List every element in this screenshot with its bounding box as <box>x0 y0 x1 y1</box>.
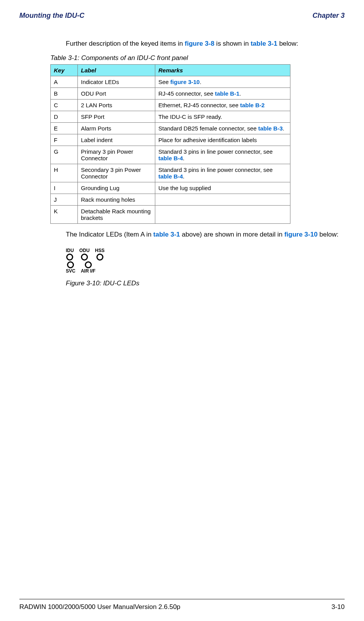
remarks-text: See <box>158 79 170 85</box>
table-3-1-link-2[interactable]: table 3-1 <box>153 231 180 238</box>
intro-paragraph: Further description of the keyed items i… <box>66 39 345 49</box>
th-key: Key <box>51 64 78 76</box>
remarks-text-post: . <box>183 173 184 180</box>
remarks-text: The IDU-C is SFP ready. <box>158 113 222 120</box>
led-top-row: IDU ODU HSS <box>66 248 132 261</box>
remarks-text: Ethernet, RJ-45 connector, see <box>158 102 240 108</box>
cell-label: SFP Port <box>78 111 155 122</box>
remarks-text: Standard DB25 female connector, see <box>158 125 258 132</box>
led-circle-icon <box>85 261 92 268</box>
intro-pre: Further description of the keyed items i… <box>66 40 185 47</box>
remarks-text: Standard 3 pins in line power connector,… <box>158 148 273 155</box>
led-hss: HSS <box>95 248 105 261</box>
cross-ref-link[interactable]: table B-2 <box>240 102 264 108</box>
led-idu-label: IDU <box>66 248 74 253</box>
components-table: Key Label Remarks AIndicator LEDsSee fig… <box>50 64 290 224</box>
remarks-text-post: . <box>283 125 284 132</box>
cell-key: I <box>51 182 78 194</box>
figure-caption: Figure 3-10: IDU-C LEDs <box>66 280 345 287</box>
after-pre: The Indicator LEDs (Item A in <box>66 231 153 238</box>
remarks-text: Use the lug supplied <box>158 185 211 191</box>
cell-key: J <box>51 194 78 205</box>
table-row: IGrounding LugUse the lug supplied <box>51 182 290 194</box>
table-row: GPrimary 3 pin Power ConnectorStandard 3… <box>51 146 290 164</box>
table-row: JRack mounting holes <box>51 194 290 205</box>
remarks-text-post: . <box>183 155 184 161</box>
led-circle-icon <box>96 254 103 261</box>
led-idu: IDU <box>66 248 74 261</box>
cross-ref-link[interactable]: figure 3-10 <box>170 79 200 85</box>
header-left: Mounting the IDU-C <box>19 12 84 20</box>
footer-right: 3-10 <box>331 603 345 611</box>
cell-key: B <box>51 87 78 99</box>
cross-ref-link[interactable]: table B-1 <box>215 90 239 97</box>
th-remarks: Remarks <box>155 64 290 76</box>
cell-label: 2 LAN Ports <box>78 99 155 111</box>
table-row: EAlarm PortsStandard DB25 female connect… <box>51 122 290 134</box>
figure-3-10-link[interactable]: figure 3-10 <box>284 231 318 238</box>
cell-label: Alarm Ports <box>78 122 155 134</box>
table-row: DSFP PortThe IDU-C is SFP ready. <box>51 111 290 122</box>
cell-label: Rack mounting holes <box>78 194 155 205</box>
led-circle-icon <box>67 261 74 268</box>
led-circle-icon <box>66 254 73 261</box>
cell-remarks: Use the lug supplied <box>155 182 290 194</box>
intro-post: below: <box>277 40 298 47</box>
cell-label: Grounding Lug <box>78 182 155 194</box>
cell-key: K <box>51 205 78 223</box>
cell-remarks: The IDU-C is SFP ready. <box>155 111 290 122</box>
after-table-paragraph: The Indicator LEDs (Item A in table 3-1 … <box>66 230 345 240</box>
cell-key: A <box>51 76 78 87</box>
remarks-text-post: . <box>200 79 201 85</box>
cross-ref-link[interactable]: table B-4 <box>158 155 183 161</box>
table-row: C2 LAN PortsEthernet, RJ-45 connector, s… <box>51 99 290 111</box>
cell-remarks: Standard DB25 female connector, see tabl… <box>155 122 290 134</box>
table-row: KDetachable Rack mounting brackets <box>51 205 290 223</box>
figure-3-8-link[interactable]: figure 3-8 <box>185 40 215 47</box>
cell-label: ODU Port <box>78 87 155 99</box>
page-header: Mounting the IDU-C Chapter 3 <box>19 12 345 20</box>
led-circle-icon <box>81 254 88 261</box>
table-3-1-link[interactable]: table 3-1 <box>251 40 277 47</box>
table-row: HSecondary 3 pin Power ConnectorStandard… <box>51 164 290 182</box>
cell-key: F <box>51 134 78 146</box>
th-label: Label <box>78 64 155 76</box>
remarks-text-post: . <box>239 90 241 97</box>
footer-rule <box>19 599 345 599</box>
footer-left: RADWIN 1000/2000/5000 User ManualVersion… <box>19 603 180 611</box>
led-svc: SVC <box>66 261 76 274</box>
table-row: FLabel indentPlace for adhesive identifi… <box>51 134 290 146</box>
cell-remarks: See figure 3-10. <box>155 76 290 87</box>
header-right: Chapter 3 <box>312 12 345 20</box>
led-airif-label: AIR I/F <box>81 268 96 274</box>
table-header-row: Key Label Remarks <box>51 64 290 76</box>
cell-remarks <box>155 205 290 223</box>
led-bottom-row: SVC AIR I/F <box>66 261 132 274</box>
cell-key: G <box>51 146 78 164</box>
cross-ref-link[interactable]: table B-3 <box>258 125 283 132</box>
cross-ref-link[interactable]: table B-4 <box>158 173 183 180</box>
cell-remarks: RJ-45 connector, see table B-1. <box>155 87 290 99</box>
table-caption: Table 3-1: Components of an IDU-C front … <box>50 54 345 62</box>
cell-label: Primary 3 pin Power Connector <box>78 146 155 164</box>
cell-label: Detachable Rack mounting brackets <box>78 205 155 223</box>
cell-remarks: Ethernet, RJ-45 connector, see table B-2 <box>155 99 290 111</box>
after-mid: above) are shown in more detail in <box>180 231 284 238</box>
remarks-text: Standard 3 pins in line power connector,… <box>158 166 273 173</box>
led-svc-label: SVC <box>66 268 76 274</box>
footer: RADWIN 1000/2000/5000 User ManualVersion… <box>19 603 345 611</box>
cell-key: C <box>51 99 78 111</box>
led-figure: IDU ODU HSS SVC AIR I/F <box>66 248 132 274</box>
cell-label: Secondary 3 pin Power Connector <box>78 164 155 182</box>
remarks-text: Place for adhesive identification labels <box>158 137 257 143</box>
after-post: below: <box>318 231 338 238</box>
cell-remarks: Standard 3 pins in line power connector,… <box>155 146 290 164</box>
cell-key: D <box>51 111 78 122</box>
led-hss-label: HSS <box>95 248 105 253</box>
table-row: AIndicator LEDsSee figure 3-10. <box>51 76 290 87</box>
led-odu-label: ODU <box>79 248 90 253</box>
remarks-text: RJ-45 connector, see <box>158 90 215 97</box>
cell-key: H <box>51 164 78 182</box>
cell-remarks: Standard 3 pins in line power connector,… <box>155 164 290 182</box>
intro-mid: is shown in <box>215 40 251 47</box>
